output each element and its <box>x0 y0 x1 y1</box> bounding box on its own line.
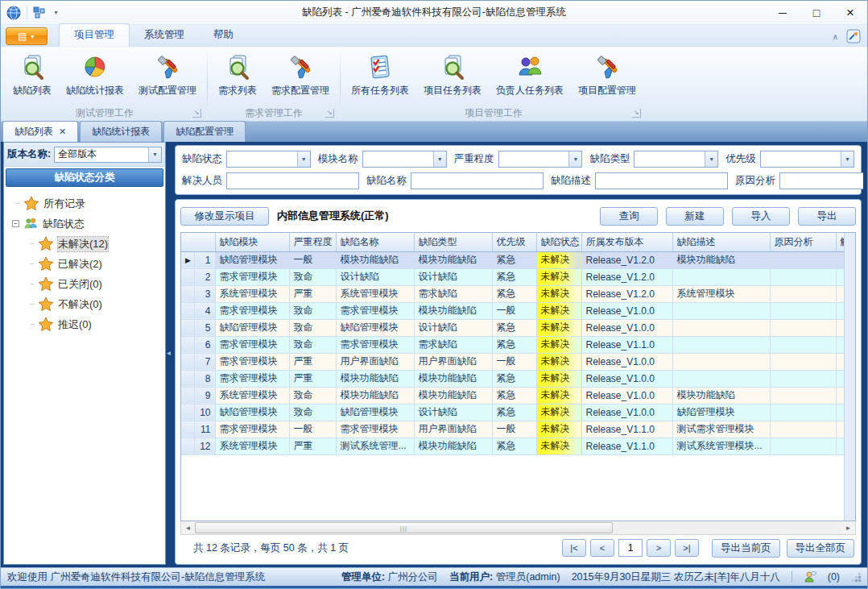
cell-name[interactable]: 用户界面缺陷 <box>336 353 414 370</box>
cell-solution[interactable] <box>836 387 844 404</box>
cell-status[interactable]: 未解决 <box>536 251 581 268</box>
cell-name[interactable]: 缺陷管理模块 <box>336 404 414 421</box>
scroll-right-icon[interactable]: ► <box>841 521 855 534</box>
cell-priority[interactable]: 紧急 <box>492 319 536 336</box>
column-header-原因分析[interactable]: 原因分析 <box>770 233 836 251</box>
last-page-button[interactable]: >| <box>675 539 699 557</box>
cell-release[interactable]: Release_V1.0.0 <box>581 319 672 336</box>
cell-release[interactable]: Release_V1.1.0 <box>581 421 672 438</box>
cell-module[interactable]: 系统管理模块 <box>215 438 289 454</box>
chevron-down-icon[interactable]: ▼ <box>568 151 581 167</box>
cell-analysis[interactable] <box>770 404 836 421</box>
cell-solution[interactable] <box>836 353 844 370</box>
cell-module[interactable]: 缺陷管理模块 <box>215 251 289 268</box>
table-row[interactable]: 12系统管理模块严重测试系统管理...模块功能缺陷紧急未解决Release_V1… <box>181 438 844 454</box>
column-header-解决[interactable]: 解决 <box>836 233 844 251</box>
column-header-缺陷名称[interactable]: 缺陷名称 <box>336 233 414 251</box>
cell-type[interactable]: 需求缺陷 <box>414 285 492 302</box>
cell-status[interactable]: 未解决 <box>536 421 581 438</box>
cell-severity[interactable]: 致命 <box>289 302 336 319</box>
cell-description[interactable]: 模块功能缺陷 <box>672 387 770 404</box>
cell-module[interactable]: 需求管理模块 <box>215 268 289 285</box>
table-row[interactable]: 11需求管理模块一般需求管理模块用户界面缺陷一般未解决Release_V1.1.… <box>181 421 844 438</box>
cell-type[interactable]: 设计缺陷 <box>414 268 492 285</box>
cell-analysis[interactable] <box>770 353 836 370</box>
cell-release[interactable]: Release_V1.2.0 <box>581 268 672 285</box>
cell-module[interactable]: 需求管理模块 <box>215 370 289 387</box>
cell-name[interactable]: 缺陷管理模块 <box>336 319 414 336</box>
close-tab-icon[interactable]: ✕ <box>59 127 66 137</box>
cell-analysis[interactable] <box>770 438 836 454</box>
ribbon-button-需求配置管理[interactable]: 需求配置管理 <box>266 52 335 100</box>
cell-name[interactable]: 需求管理模块 <box>336 302 414 319</box>
filter-combobox-缺陷类型[interactable]: ▼ <box>634 151 718 168</box>
cell-type[interactable]: 模块功能缺陷 <box>414 302 492 319</box>
cell-analysis[interactable] <box>770 421 836 438</box>
cell-release[interactable]: Release_V1.1.0 <box>581 336 672 353</box>
cell-module[interactable]: 缺陷管理模块 <box>215 319 289 336</box>
prev-page-button[interactable]: < <box>590 539 614 557</box>
chevron-down-icon[interactable]: ▼ <box>53 10 59 15</box>
cell-status[interactable]: 未解决 <box>536 319 581 336</box>
cell-analysis[interactable] <box>770 336 836 353</box>
column-header-缺陷描述[interactable]: 缺陷描述 <box>672 233 770 251</box>
column-header-缺陷模块[interactable]: 缺陷模块 <box>215 233 289 251</box>
filter-combobox-优先级[interactable]: ▼ <box>760 151 854 168</box>
maximize-button[interactable]: □ <box>800 2 833 24</box>
table-row[interactable]: 7需求管理模块严重用户界面缺陷用户界面缺陷一般未解决Release_V1.0.0 <box>181 353 844 370</box>
cell-description[interactable]: 测试系统管理模块... <box>672 438 770 454</box>
ribbon-tab-项目管理[interactable]: 项目管理 <box>59 23 130 47</box>
new-button[interactable]: 新建 <box>666 207 724 226</box>
cell-description[interactable] <box>672 268 770 285</box>
column-header-严重程度[interactable]: 严重程度 <box>289 233 336 251</box>
cell-analysis[interactable] <box>770 251 836 268</box>
cell-severity[interactable]: 致命 <box>289 319 336 336</box>
cell-solution[interactable] <box>836 404 844 421</box>
cell-name[interactable]: 模块功能缺陷 <box>336 251 414 268</box>
cell-module[interactable]: 需求管理模块 <box>215 421 289 438</box>
dialog-launcher-icon[interactable]: ↘ <box>325 109 334 118</box>
table-row[interactable]: 6需求管理模块致命需求管理模块需求缺陷紧急未解决Release_V1.1.0 <box>181 336 844 353</box>
tree-item-已解决(2)[interactable]: ┄已解决(2) <box>12 254 165 274</box>
cell-severity[interactable]: 严重 <box>289 370 336 387</box>
cell-release[interactable]: Release_V1.0.0 <box>581 370 672 387</box>
ribbon-button-缺陷统计报表[interactable]: 缺陷统计报表 <box>60 52 130 100</box>
ribbon-button-所有任务列表[interactable]: 所有任务列表 <box>345 52 415 100</box>
cell-description[interactable] <box>672 336 770 353</box>
table-row[interactable]: 2需求管理模块致命设计缺陷设计缺陷紧急未解决Release_V1.2.0 <box>181 268 844 285</box>
cell-name[interactable]: 设计缺陷 <box>336 268 414 285</box>
cell-status[interactable]: 未解决 <box>536 387 581 404</box>
cell-severity[interactable]: 致命 <box>289 404 336 421</box>
application-menu-button[interactable]: ▤ ▼ <box>6 27 48 45</box>
ribbon-button-负责人任务列表[interactable]: 负责人任务列表 <box>490 52 569 100</box>
cell-analysis[interactable] <box>770 268 836 285</box>
cell-description[interactable]: 测试需求管理模块 <box>672 421 770 438</box>
cell-name[interactable]: 模块功能缺陷 <box>336 387 414 404</box>
tree-item-缺陷状态[interactable]: −缺陷状态 <box>12 214 165 234</box>
filter-combobox-缺陷状态[interactable]: ▼ <box>226 151 311 168</box>
cell-status[interactable]: 未解决 <box>536 336 581 353</box>
cell-type[interactable]: 模块功能缺陷 <box>414 370 492 387</box>
cell-module[interactable]: 需求管理模块 <box>215 353 289 370</box>
cell-type[interactable]: 模块功能缺陷 <box>414 387 492 404</box>
column-header-所属发布版本[interactable]: 所属发布版本 <box>581 233 672 251</box>
cell-name[interactable]: 需求管理模块 <box>336 336 414 353</box>
cell-solution[interactable] <box>836 421 844 438</box>
help-icon[interactable] <box>846 29 861 44</box>
filter-combobox-模块名称[interactable]: ▼ <box>362 151 447 168</box>
cell-priority[interactable]: 紧急 <box>492 438 536 454</box>
chevron-down-icon[interactable]: ▼ <box>705 151 717 167</box>
table-row[interactable]: 8需求管理模块严重模块功能缺陷模块功能缺陷紧急未解决Release_V1.0.0 <box>181 370 844 387</box>
table-row[interactable]: ▶1缺陷管理模块一般模块功能缺陷模块功能缺陷紧急未解决Release_V1.2.… <box>181 251 844 268</box>
table-row[interactable]: 3系统管理模块严重系统管理模块需求缺陷紧急未解决Release_V1.2.0系统… <box>181 285 844 302</box>
ribbon-button-缺陷列表[interactable]: 缺陷列表 <box>7 52 57 100</box>
cell-status[interactable]: 未解决 <box>536 370 581 387</box>
column-header-缺陷类型[interactable]: 缺陷类型 <box>414 233 492 251</box>
import-button[interactable]: 导入 <box>732 207 790 226</box>
collapse-ribbon-icon[interactable]: ∧ <box>833 32 838 41</box>
cell-type[interactable]: 模块功能缺陷 <box>414 251 492 268</box>
scrollbar-track[interactable] <box>613 521 841 534</box>
ribbon-button-需求列表[interactable]: 需求列表 <box>213 52 262 100</box>
cell-module[interactable]: 系统管理模块 <box>215 387 289 404</box>
cell-solution[interactable] <box>836 302 844 319</box>
